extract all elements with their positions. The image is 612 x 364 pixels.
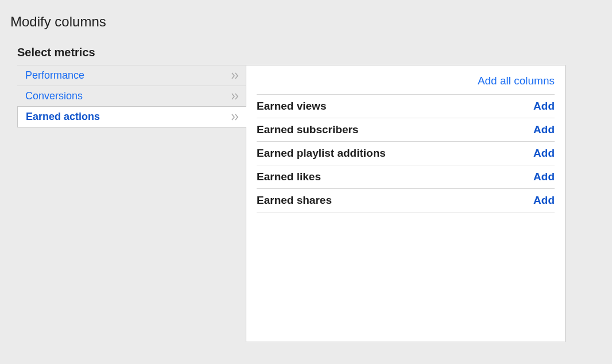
metric-label: Earned playlist additions <box>257 147 386 160</box>
add-button[interactable]: Add <box>533 100 555 113</box>
metrics-detail-panel: Add all columns Earned views Add Earned … <box>246 65 565 342</box>
metric-row-earned-views: Earned views Add <box>257 95 555 118</box>
add-all-columns-link[interactable]: Add all columns <box>478 75 555 87</box>
content-wrap: Performance Conversions Earned actions A… <box>17 65 602 342</box>
metric-label: Earned likes <box>257 171 321 183</box>
sidebar-item-label: Earned actions <box>26 111 100 123</box>
metric-label: Earned views <box>257 100 326 113</box>
section-title: Select metrics <box>17 46 602 59</box>
sidebar-item-earned-actions[interactable]: Earned actions <box>17 106 246 127</box>
chevron-right-icon <box>231 113 241 121</box>
sidebar-item-conversions[interactable]: Conversions <box>17 86 246 107</box>
metric-row-earned-subscribers: Earned subscribers Add <box>257 118 555 142</box>
chevron-right-icon <box>231 72 241 80</box>
chevron-right-icon <box>231 92 241 100</box>
metric-row-earned-playlist-additions: Earned playlist additions Add <box>257 142 555 165</box>
sidebar-item-performance[interactable]: Performance <box>17 65 246 86</box>
sidebar-item-label: Performance <box>25 69 84 82</box>
add-button[interactable]: Add <box>533 194 555 207</box>
add-button[interactable]: Add <box>533 123 555 136</box>
metrics-category-sidebar: Performance Conversions Earned actions <box>17 65 246 127</box>
metric-row-earned-likes: Earned likes Add <box>257 165 555 189</box>
page-title: Modify columns <box>10 14 602 30</box>
add-button[interactable]: Add <box>533 171 555 183</box>
add-button[interactable]: Add <box>533 147 555 160</box>
metric-row-earned-shares: Earned shares Add <box>257 189 555 212</box>
add-all-row: Add all columns <box>257 72 555 95</box>
metric-label: Earned subscribers <box>257 123 358 136</box>
sidebar-item-label: Conversions <box>25 90 83 102</box>
metric-label: Earned shares <box>257 194 332 207</box>
